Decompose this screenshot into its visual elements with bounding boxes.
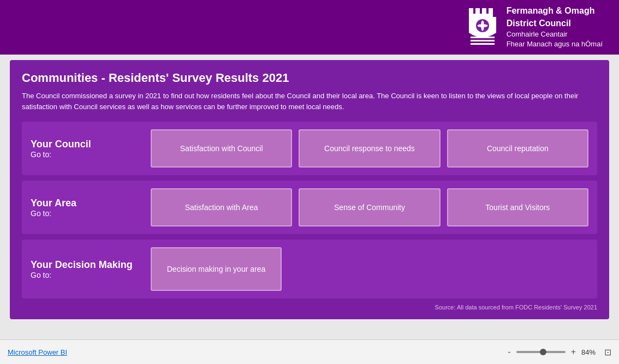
org-line1: Fermanagh & Omagh [507, 5, 603, 17]
svg-rect-4 [469, 14, 493, 17]
your-council-section: Your Council Go to: Satisfaction with Co… [22, 122, 597, 175]
zoom-slider[interactable] [516, 351, 566, 353]
org-name: Fermanagh & Omagh District Council Comha… [507, 5, 603, 49]
your-council-goto: Go to: [31, 150, 140, 159]
your-area-label: Your Area Go to: [31, 198, 140, 218]
zoom-percent: 84% [581, 348, 601, 356]
bottom-bar: Microsoft Power BI - + 84% ⊡ [0, 339, 619, 364]
zoom-slider-thumb [540, 349, 546, 355]
council-response-button[interactable]: Council response to needs [299, 129, 440, 168]
your-area-goto: Go to: [31, 209, 140, 218]
powerbi-link[interactable]: Microsoft Power BI [8, 348, 67, 356]
your-council-title: Your Council [31, 139, 140, 150]
logo-area: Fermanagh & Omagh District Council Comha… [466, 5, 603, 49]
satisfaction-with-council-button[interactable]: Satisfaction with Council [151, 129, 292, 168]
council-reputation-button[interactable]: Council reputation [447, 129, 588, 168]
svg-rect-7 [471, 37, 495, 38]
org-line4: Fhear Manach agus na hÓmaí [507, 39, 603, 49]
your-decision-label: Your Decision Making Go to: [31, 259, 140, 279]
main-content: Communities - Residents' Survey Results … [10, 60, 609, 319]
svg-rect-8 [471, 40, 495, 41]
svg-point-6 [480, 23, 485, 28]
top-header: Fermanagh & Omagh District Council Comha… [0, 0, 619, 55]
satisfaction-with-area-button[interactable]: Satisfaction with Area [151, 188, 292, 226]
your-area-buttons: Satisfaction with Area Sense of Communit… [151, 188, 588, 226]
org-line2: District Council [507, 17, 603, 29]
your-decision-section: Your Decision Making Go to: Decision mak… [22, 240, 597, 299]
zoom-plus-button[interactable]: + [569, 347, 578, 357]
org-line3: Comhairle Ceantair [507, 29, 603, 39]
your-decision-buttons: Decision making in your area [151, 247, 282, 291]
zoom-controls: - + 84% ⊡ [505, 347, 611, 357]
your-area-section: Your Area Go to: Satisfaction with Area … [22, 181, 597, 234]
page-title: Communities - Residents' Survey Results … [22, 71, 597, 85]
decision-making-button[interactable]: Decision making in your area [151, 247, 282, 291]
your-council-label: Your Council Go to: [31, 139, 140, 159]
tourist-and-visitors-button[interactable]: Tourist and Visitors [447, 188, 588, 226]
your-area-title: Your Area [31, 198, 140, 209]
fit-to-page-icon[interactable]: ⊡ [604, 347, 611, 357]
council-logo-icon [466, 8, 499, 46]
sense-of-community-button[interactable]: Sense of Community [299, 188, 440, 226]
source-text: Source: All data sourced from FODC Resid… [22, 304, 597, 311]
page-description: The Council commissioned a survey in 202… [22, 91, 597, 112]
your-decision-goto: Go to: [31, 271, 140, 279]
zoom-minus-button[interactable]: - [505, 347, 513, 357]
your-council-buttons: Satisfaction with Council Council respon… [151, 129, 588, 168]
your-decision-title: Your Decision Making [31, 259, 140, 271]
svg-rect-9 [471, 43, 495, 45]
